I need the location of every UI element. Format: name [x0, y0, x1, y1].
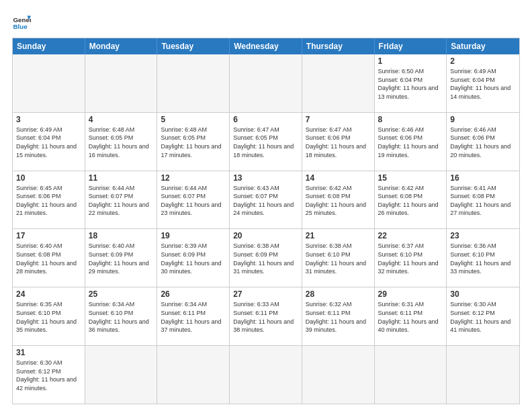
day-info: Sunrise: 6:39 AMSunset: 6:09 PMDaylight:… [161, 242, 226, 275]
cal-cell [157, 54, 230, 112]
day-number: 7 [306, 115, 371, 124]
cal-cell: 11Sunrise: 6:44 AMSunset: 6:07 PMDayligh… [85, 171, 158, 229]
day-info: Sunrise: 6:47 AMSunset: 6:05 PMDaylight:… [233, 126, 298, 159]
cal-cell: 18Sunrise: 6:40 AMSunset: 6:09 PMDayligh… [85, 229, 158, 287]
day-number: 31 [16, 348, 81, 357]
week-row-4: 24Sunrise: 6:35 AMSunset: 6:10 PMDayligh… [13, 287, 519, 345]
day-info: Sunrise: 6:38 AMSunset: 6:10 PMDaylight:… [306, 242, 371, 275]
header-day-tuesday: Tuesday [157, 38, 230, 54]
cal-cell: 31Sunrise: 6:30 AMSunset: 6:12 PMDayligh… [13, 346, 85, 404]
cal-cell: 23Sunrise: 6:36 AMSunset: 6:10 PMDayligh… [447, 229, 519, 287]
day-number: 21 [306, 231, 371, 240]
day-info: Sunrise: 6:40 AMSunset: 6:09 PMDaylight:… [89, 242, 154, 275]
day-info: Sunrise: 6:32 AMSunset: 6:11 PMDaylight:… [306, 300, 371, 334]
cal-cell [85, 346, 158, 404]
cal-cell: 2Sunrise: 6:49 AMSunset: 6:04 PMDaylight… [447, 54, 519, 112]
day-info: Sunrise: 6:48 AMSunset: 6:05 PMDaylight:… [161, 126, 226, 159]
cal-cell: 7Sunrise: 6:47 AMSunset: 6:06 PMDaylight… [302, 113, 375, 171]
day-info: Sunrise: 6:30 AMSunset: 6:12 PMDaylight:… [16, 359, 81, 392]
day-info: Sunrise: 6:41 AMSunset: 6:08 PMDaylight:… [450, 184, 516, 218]
cal-cell: 22Sunrise: 6:37 AMSunset: 6:10 PMDayligh… [375, 229, 447, 287]
week-row-1: 3Sunrise: 6:49 AMSunset: 6:04 PMDaylight… [13, 112, 519, 171]
cal-cell: 19Sunrise: 6:39 AMSunset: 6:09 PMDayligh… [157, 229, 230, 287]
day-number: 8 [378, 115, 443, 124]
page: General Blue SundayMondayTuesdayWednesda… [0, 0, 532, 411]
day-info: Sunrise: 6:34 AMSunset: 6:11 PMDaylight:… [161, 300, 226, 334]
cal-cell [13, 54, 85, 112]
day-info: Sunrise: 6:48 AMSunset: 6:05 PMDaylight:… [89, 126, 154, 159]
day-number: 9 [450, 115, 516, 124]
day-info: Sunrise: 6:49 AMSunset: 6:04 PMDaylight:… [16, 126, 81, 159]
svg-text:Blue: Blue [13, 23, 28, 30]
cal-cell: 25Sunrise: 6:34 AMSunset: 6:10 PMDayligh… [85, 287, 158, 345]
cal-cell: 14Sunrise: 6:42 AMSunset: 6:08 PMDayligh… [302, 171, 375, 229]
cal-cell: 10Sunrise: 6:45 AMSunset: 6:06 PMDayligh… [13, 171, 85, 229]
day-info: Sunrise: 6:44 AMSunset: 6:07 PMDaylight:… [89, 184, 154, 218]
day-info: Sunrise: 6:45 AMSunset: 6:06 PMDaylight:… [16, 184, 81, 218]
day-number: 26 [161, 289, 226, 299]
week-row-2: 10Sunrise: 6:45 AMSunset: 6:06 PMDayligh… [13, 171, 519, 229]
day-info: Sunrise: 6:43 AMSunset: 6:07 PMDaylight:… [233, 184, 298, 218]
day-number: 5 [161, 115, 226, 124]
day-info: Sunrise: 6:40 AMSunset: 6:08 PMDaylight:… [16, 242, 81, 275]
cal-cell [447, 346, 519, 404]
day-number: 12 [161, 173, 226, 183]
cal-cell [85, 54, 158, 112]
cal-cell: 24Sunrise: 6:35 AMSunset: 6:10 PMDayligh… [13, 287, 85, 345]
cal-cell [302, 346, 375, 404]
cal-cell: 1Sunrise: 6:50 AMSunset: 6:04 PMDaylight… [375, 54, 447, 112]
header-day-monday: Monday [85, 38, 158, 54]
day-info: Sunrise: 6:44 AMSunset: 6:07 PMDaylight:… [161, 184, 226, 218]
day-number: 14 [306, 173, 371, 183]
day-number: 24 [16, 289, 81, 299]
cal-cell: 5Sunrise: 6:48 AMSunset: 6:05 PMDaylight… [157, 113, 230, 171]
day-number: 1 [378, 56, 443, 66]
day-info: Sunrise: 6:49 AMSunset: 6:04 PMDaylight:… [450, 67, 516, 101]
day-number: 30 [450, 289, 516, 299]
cal-cell: 12Sunrise: 6:44 AMSunset: 6:07 PMDayligh… [157, 171, 230, 229]
day-number: 6 [233, 115, 298, 124]
day-info: Sunrise: 6:35 AMSunset: 6:10 PMDaylight:… [16, 300, 81, 334]
cal-cell: 3Sunrise: 6:49 AMSunset: 6:04 PMDaylight… [13, 113, 85, 171]
day-number: 25 [89, 289, 154, 299]
logo: General Blue [12, 12, 34, 31]
cal-cell: 16Sunrise: 6:41 AMSunset: 6:08 PMDayligh… [447, 171, 519, 229]
cal-cell: 9Sunrise: 6:46 AMSunset: 6:06 PMDaylight… [447, 113, 519, 171]
cal-cell: 8Sunrise: 6:46 AMSunset: 6:06 PMDaylight… [375, 113, 447, 171]
cal-cell: 30Sunrise: 6:30 AMSunset: 6:12 PMDayligh… [447, 287, 519, 345]
day-number: 17 [16, 231, 81, 240]
cal-cell: 13Sunrise: 6:43 AMSunset: 6:07 PMDayligh… [230, 171, 302, 229]
cal-cell [375, 346, 447, 404]
day-info: Sunrise: 6:38 AMSunset: 6:09 PMDaylight:… [233, 242, 298, 275]
day-number: 15 [378, 173, 443, 183]
cal-cell: 26Sunrise: 6:34 AMSunset: 6:11 PMDayligh… [157, 287, 230, 345]
day-number: 3 [16, 115, 81, 124]
cal-cell: 28Sunrise: 6:32 AMSunset: 6:11 PMDayligh… [302, 287, 375, 345]
day-info: Sunrise: 6:30 AMSunset: 6:12 PMDaylight:… [450, 300, 516, 334]
day-number: 23 [450, 231, 516, 240]
cal-cell [230, 346, 302, 404]
cal-cell: 15Sunrise: 6:42 AMSunset: 6:08 PMDayligh… [375, 171, 447, 229]
header: General Blue [12, 12, 520, 31]
day-number: 20 [233, 231, 298, 240]
cal-cell: 20Sunrise: 6:38 AMSunset: 6:09 PMDayligh… [230, 229, 302, 287]
calendar-body: 1Sunrise: 6:50 AMSunset: 6:04 PMDaylight… [13, 54, 519, 404]
day-info: Sunrise: 6:46 AMSunset: 6:06 PMDaylight:… [378, 126, 443, 159]
cal-cell: 21Sunrise: 6:38 AMSunset: 6:10 PMDayligh… [302, 229, 375, 287]
cal-cell: 6Sunrise: 6:47 AMSunset: 6:05 PMDaylight… [230, 113, 302, 171]
week-row-0: 1Sunrise: 6:50 AMSunset: 6:04 PMDaylight… [13, 54, 519, 112]
logo-icon: General Blue [12, 12, 31, 31]
cal-cell: 27Sunrise: 6:33 AMSunset: 6:11 PMDayligh… [230, 287, 302, 345]
day-number: 18 [89, 231, 154, 240]
day-number: 22 [378, 231, 443, 240]
day-info: Sunrise: 6:31 AMSunset: 6:11 PMDaylight:… [378, 300, 443, 334]
header-day-sunday: Sunday [13, 38, 85, 54]
day-info: Sunrise: 6:50 AMSunset: 6:04 PMDaylight:… [378, 67, 443, 101]
day-number: 11 [89, 173, 154, 183]
week-row-5: 31Sunrise: 6:30 AMSunset: 6:12 PMDayligh… [13, 345, 519, 404]
day-info: Sunrise: 6:47 AMSunset: 6:06 PMDaylight:… [306, 126, 371, 159]
header-day-saturday: Saturday [447, 38, 519, 54]
cal-cell: 4Sunrise: 6:48 AMSunset: 6:05 PMDaylight… [85, 113, 158, 171]
day-number: 16 [450, 173, 516, 183]
cal-cell: 17Sunrise: 6:40 AMSunset: 6:08 PMDayligh… [13, 229, 85, 287]
